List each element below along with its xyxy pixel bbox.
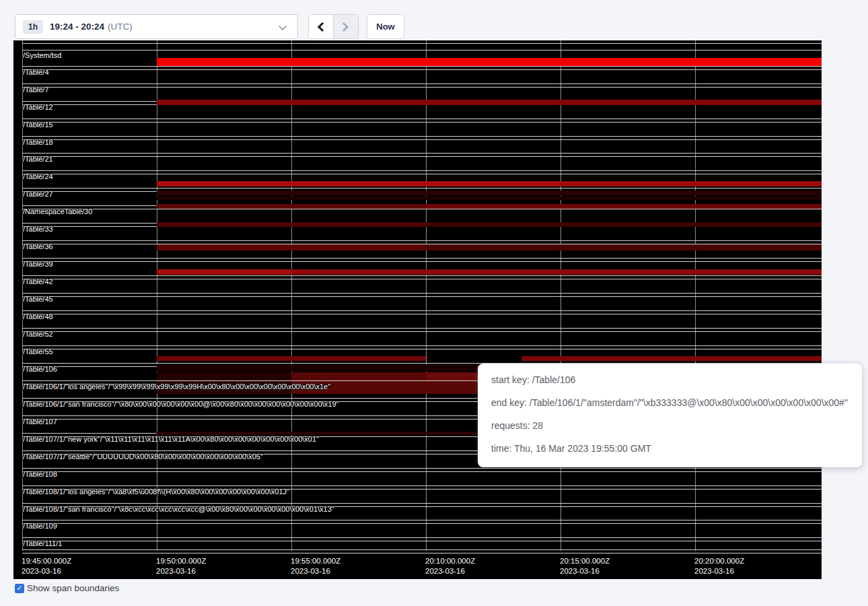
span-boundary-line xyxy=(22,87,822,88)
show-span-boundaries-checkbox[interactable]: ✓ xyxy=(15,584,24,593)
heat-band xyxy=(560,181,822,187)
span-boundary-line xyxy=(22,279,822,279)
row-label: /Table/111/1 xyxy=(23,539,62,547)
tooltip-requests: requests: 28 xyxy=(491,419,853,432)
row-label: /NamespaceTable/30 xyxy=(23,207,92,215)
row-label: /Table/18 xyxy=(23,138,53,146)
span-boundary-line xyxy=(22,43,822,44)
row-label: /Table/106/1/"san francisco"/"\x80\x00\x… xyxy=(23,400,339,408)
tooltip-start-key: start key: /Table/106 xyxy=(491,373,853,386)
span-boundary-line xyxy=(22,122,822,123)
time-range-duration-badge: 1h xyxy=(23,20,43,34)
axis-tick-label: 19:55:00.000Z2023-03-16 xyxy=(291,556,340,576)
key-visualizer-canvas[interactable]: /System/tsd/Table/4/Table/7/Table/12/Tab… xyxy=(13,40,822,579)
span-boundary-line xyxy=(22,345,822,346)
heat-band xyxy=(157,191,822,195)
span-boundary-line xyxy=(22,523,822,524)
time-range-value: 19:24 - 20:24 xyxy=(50,22,104,32)
axis-tick-label: 20:10:00.000Z2023-03-16 xyxy=(425,556,475,576)
span-boundary-line xyxy=(22,136,822,137)
axis-tick-label: 20:20:00.000Z2023-03-16 xyxy=(694,556,744,576)
span-boundary-line xyxy=(22,314,822,314)
row-label: /Table/55 xyxy=(23,347,53,356)
row-label: /Table/48 xyxy=(23,312,53,321)
span-boundary-line xyxy=(22,485,822,486)
row-label: /Table/108/1/"los angeles"/"\xa8\xf5\u00… xyxy=(23,487,289,496)
axis-tick-label: 19:50:00.000Z2023-03-16 xyxy=(156,556,206,576)
heat-band xyxy=(157,356,426,361)
tooltip-end-key: end key: /Table/106/1/"amsterdam"/"\xb33… xyxy=(491,396,853,409)
span-boundary-line xyxy=(22,349,822,349)
time-range-nav xyxy=(308,14,359,39)
chevron-down-icon xyxy=(279,22,286,30)
now-button[interactable]: Now xyxy=(367,14,404,39)
span-boundary-line xyxy=(22,83,822,84)
axis-tick-label: 19:45:00.000Z2023-03-16 xyxy=(22,556,71,576)
row-label: /Table/45 xyxy=(23,295,53,303)
row-label: /Table/27 xyxy=(23,190,53,198)
row-label: /Table/33 xyxy=(23,225,53,233)
tooltip-time: time: Thu, 16 Mar 2023 19:55:00 GMT xyxy=(491,442,853,455)
row-label: /Table/42 xyxy=(23,277,53,285)
span-boundary-line xyxy=(22,275,822,276)
span-boundary-line xyxy=(22,153,822,154)
span-boundary-line xyxy=(22,328,822,329)
previous-range-button[interactable] xyxy=(309,15,334,38)
span-boundary-line xyxy=(22,50,822,50)
row-label: /Table/107/1/"new york"/"\x11\x11\x11\x1… xyxy=(23,435,319,443)
span-boundary-line xyxy=(22,69,822,70)
span-boundary-line xyxy=(22,258,822,259)
span-boundary-line xyxy=(22,174,822,174)
row-label: /Table/109 xyxy=(23,522,57,530)
heat-band xyxy=(426,372,478,380)
heat-band xyxy=(157,181,560,187)
row-label: /Table/39 xyxy=(23,260,53,268)
heat-band xyxy=(157,100,822,105)
span-boundary-line xyxy=(22,549,822,550)
heat-band xyxy=(157,244,426,250)
time-range-dropdown[interactable]: 1h 19:24 - 20:24 (UTC) xyxy=(15,14,298,39)
span-boundary-line xyxy=(22,293,822,294)
span-boundary-line xyxy=(22,520,822,520)
heat-band xyxy=(291,372,426,380)
row-label: /Table/107/1/"seattle"/"UUUUUUD\x00\x80\… xyxy=(23,452,263,461)
next-range-button-disabled[interactable] xyxy=(334,15,359,38)
checkmark-icon: ✓ xyxy=(16,584,22,592)
span-boundary-line xyxy=(22,296,822,297)
span-boundary-line xyxy=(22,170,822,171)
span-boundary-line xyxy=(22,310,822,311)
heat-band xyxy=(157,58,822,66)
row-label: /Table/107 xyxy=(23,417,57,426)
row-label: /Table/36 xyxy=(23,242,53,250)
time-range-timezone: (UTC) xyxy=(108,22,133,32)
row-label: /Table/12 xyxy=(23,103,53,111)
heat-band xyxy=(157,364,478,372)
heat-band xyxy=(157,222,426,227)
row-label: /Table/7 xyxy=(23,86,49,94)
cell-tooltip: start key: /Table/106 end key: /Table/10… xyxy=(478,364,862,467)
span-boundary-line xyxy=(22,331,822,332)
heat-band xyxy=(426,244,822,250)
span-boundary-line xyxy=(22,541,822,541)
span-boundary-line xyxy=(22,156,822,157)
span-boundary-line xyxy=(22,119,822,119)
span-boundary-line xyxy=(22,261,822,262)
row-label: /Table/4 xyxy=(23,68,49,76)
row-label: /System/tsd xyxy=(23,51,61,59)
row-label: /Table/52 xyxy=(23,330,53,338)
heat-band xyxy=(291,269,822,275)
heat-band xyxy=(426,204,822,209)
span-boundary-line xyxy=(22,188,822,189)
show-span-boundaries-label: Show span boundaries xyxy=(27,583,119,593)
row-label: /Table/106 xyxy=(23,365,57,373)
row-label: /Table/24 xyxy=(23,172,53,180)
heat-band xyxy=(157,204,426,209)
row-label: /Table/108/1/"san francisco"/"\x8c\xcc\x… xyxy=(23,505,334,513)
chevron-left-icon xyxy=(318,22,327,31)
row-label: /Table/15 xyxy=(23,121,53,129)
row-label: /Table/108 xyxy=(23,470,57,478)
heat-band xyxy=(426,222,822,227)
span-boundary-line xyxy=(22,553,822,553)
row-label: /Table/106/1/"los angeles"/"\x99\x99\x99… xyxy=(23,382,330,391)
axis-tick-label: 20:15:00.000Z2023-03-16 xyxy=(560,556,610,576)
